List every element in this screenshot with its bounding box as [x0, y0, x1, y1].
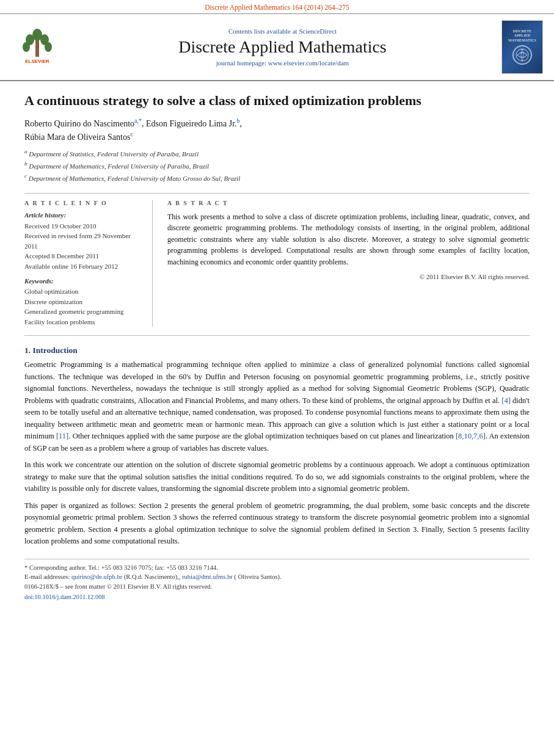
journal-cover-image: DISCRETEAPPLIEDMATHEMATICS: [501, 20, 543, 74]
divider-line: [24, 193, 530, 194]
sciencedirect-link[interactable]: ScienceDirect: [299, 27, 337, 35]
svg-point-8: [516, 49, 528, 61]
article-info-abstract: A R T I C L E I N F O Article history: R…: [24, 200, 530, 327]
abstract-heading: A B S T R A C T: [167, 200, 530, 206]
email1-author: (R.Q.d. Nascimento),: [124, 573, 179, 580]
abstract-column: A B S T R A C T This work presents a met…: [167, 200, 530, 327]
affil2-sup: b: [24, 161, 27, 167]
elsevier-logo-icon: ELSEVIER: [13, 29, 62, 65]
main-content: A continuous strategy to solve a class o…: [0, 81, 554, 612]
email1-link[interactable]: quirino@de.ufpb.br: [71, 573, 122, 580]
journal-reference-text: Discrete Applied Mathematics 164 (2014) …: [205, 4, 349, 11]
keyword-1: Discrete optimization: [24, 297, 141, 307]
corresponding-note: * Corresponding author. Tel.: +55 083 32…: [24, 563, 530, 573]
journal-thumbnail: DISCRETEAPPLIEDMATHEMATICS: [500, 20, 544, 74]
journal-reference-bar: Discrete Applied Mathematics 164 (2014) …: [0, 0, 554, 14]
body-paragraph-2: In this work we concentrate our attentio…: [24, 459, 530, 495]
history-label: Article history:: [24, 211, 141, 219]
cover-title: DISCRETEAPPLIEDMATHEMATICS: [508, 29, 536, 43]
affil1-sup: a: [24, 148, 27, 154]
svg-rect-6: [35, 40, 39, 57]
keyword-3: Facility location problems: [24, 317, 141, 327]
svg-point-5: [45, 42, 52, 52]
corresponding-star: * Corresponding author. Tel.: +55 083 32…: [24, 564, 218, 571]
body-paragraph-3: This paper is organized as follows: Sect…: [24, 500, 530, 548]
history-item-2: Accepted 8 December 2011: [24, 251, 141, 261]
svg-text:ELSEVIER: ELSEVIER: [25, 59, 49, 64]
header-middle: Contents lists available at ScienceDirec…: [71, 20, 494, 74]
history-item-0: Received 19 October 2010: [24, 221, 141, 231]
keywords-label: Keywords:: [24, 277, 141, 285]
author2-sup: b: [237, 117, 240, 124]
email-line: E-mail addresses: quirino@de.ufpb.br (R.…: [24, 572, 530, 582]
email2-link[interactable]: rubia@dmt.ufms.br: [182, 573, 233, 580]
journal-header: ELSEVIER Contents lists available at Sci…: [0, 14, 554, 81]
journal-homepage-line: journal homepage: www.elsevier.com/locat…: [216, 59, 349, 67]
cover-graphic: [512, 45, 532, 65]
email2-author: ( Oliveira Santos).: [234, 573, 281, 580]
contents-label: Contents lists available at: [228, 27, 297, 35]
footnote-section: * Corresponding author. Tel.: +55 083 32…: [24, 559, 530, 600]
author3-sup: c: [130, 131, 133, 137]
authors-line: Roberto Quirino do Nascimentoa,*, Edson …: [24, 116, 530, 144]
article-info-heading: A R T I C L E I N F O: [24, 200, 141, 206]
copyright-line: © 2011 Elsevier B.V. All rights reserved…: [167, 273, 530, 280]
ref-11: [11]: [56, 432, 68, 440]
ref-8107: [8,10,7,6]: [456, 432, 486, 440]
email-label: E-mail addresses:: [24, 573, 70, 580]
author1-sup: a,*: [134, 117, 142, 124]
where-text: where: [499, 473, 518, 481]
section1-title: 1. Introduction: [24, 346, 530, 355]
contents-available-line: Contents lists available at ScienceDirec…: [228, 27, 337, 35]
svg-point-4: [23, 42, 30, 52]
article-info-column: A R T I C L E I N F O Article history: R…: [24, 200, 153, 327]
keyword-0: Global optimization: [24, 286, 141, 297]
ref-4: [4]: [501, 396, 511, 405]
doi-line: doi:10.1016/j.dam.2011.12.008: [24, 594, 530, 600]
homepage-label: journal homepage:: [216, 59, 266, 67]
license-line: 0166-218X/$ – see front matter © 2011 El…: [24, 582, 530, 592]
elsevier-logo-area: ELSEVIER: [10, 20, 65, 74]
affiliations: a Department of Statistics, Federal Univ…: [24, 147, 530, 184]
divider-line-2: [24, 335, 530, 336]
history-item-3: Available online 16 February 2012: [24, 261, 141, 272]
article-title: A continuous strategy to solve a class o…: [24, 92, 530, 110]
body-paragraph-1: Geometric Programming is a mathematical …: [24, 359, 530, 454]
keyword-2: Generalized geometric programming: [24, 307, 141, 317]
history-item-1: Received in revised form 29 November 201…: [24, 231, 141, 251]
affil3-sup: c: [24, 173, 27, 179]
journal-title: Discrete Applied Mathematics: [178, 37, 387, 57]
homepage-link[interactable]: www.elsevier.com/locate/dam: [268, 59, 349, 67]
abstract-text: This work presents a method to solve a c…: [167, 211, 530, 268]
